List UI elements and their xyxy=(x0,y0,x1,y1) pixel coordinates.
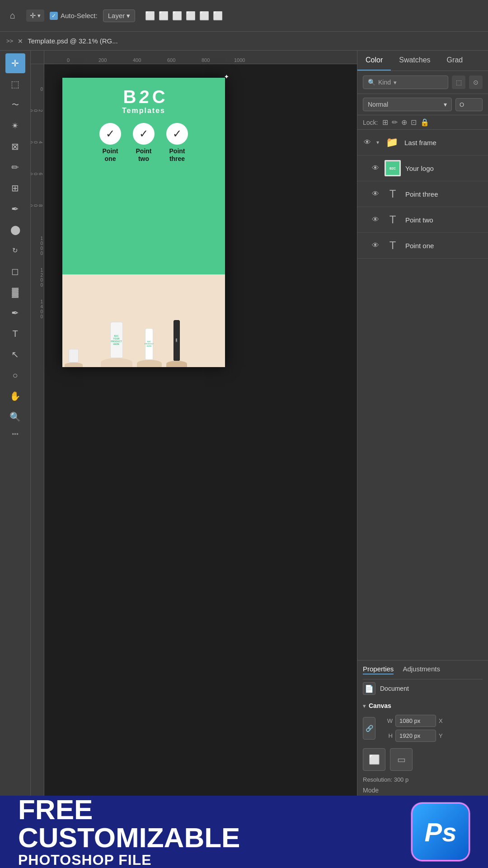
stamp-tool-btn[interactable]: ⬤ xyxy=(5,220,25,240)
lasso-tool-btn[interactable]: 〜 xyxy=(5,95,25,115)
canvas-section-title: ▾ Canvas xyxy=(363,698,483,712)
autoselect-checkbox[interactable]: ✓ xyxy=(50,12,58,20)
align-right-icon[interactable]: ⬜ xyxy=(172,11,182,21)
filter-icon-btn[interactable]: ⬚ xyxy=(452,75,465,89)
move-tool[interactable]: ✛ ▾ xyxy=(26,9,44,22)
selection-tool-btn[interactable]: ⬚ xyxy=(5,74,25,94)
landscape-btn[interactable]: ▭ xyxy=(390,748,413,771)
blend-select[interactable]: Normal ▾ xyxy=(363,98,452,111)
layers-list: 👁 ▾ 📁 Last frame 👁 B2C Your logo 👁 T Poi… xyxy=(357,130,488,660)
tab-gradient[interactable]: Grad xyxy=(439,51,471,71)
height-input[interactable]: 1920 px xyxy=(395,730,436,742)
lock-artboard-icon[interactable]: ⊡ xyxy=(411,118,417,127)
autoselect-label: Auto-Select: xyxy=(61,12,98,19)
more-tools-btn[interactable]: ••• xyxy=(12,430,19,438)
layer-select[interactable]: Layer ▾ xyxy=(103,9,136,22)
blend-dropdown-icon: ▾ xyxy=(444,101,447,108)
shape-tool-btn[interactable]: ○ xyxy=(5,365,25,385)
align-center-h-icon[interactable]: ⬜ xyxy=(186,11,196,21)
height-label: H xyxy=(384,732,393,739)
banner-custom-label: CUSTOMIZABLE xyxy=(18,824,402,852)
link-constraint-icon[interactable]: 🔗 xyxy=(363,717,375,740)
portrait-btn[interactable]: ⬜ xyxy=(363,748,385,771)
canvas-area[interactable]: 0 200 400 600 800 1000 0 200 400 600 800… xyxy=(31,51,357,796)
zoom-tool-btn[interactable]: 🔍 xyxy=(5,407,25,427)
layer-thumb-p3: T xyxy=(385,186,401,202)
lock-move-icon[interactable]: ⊕ xyxy=(401,118,407,127)
lock-all-icon[interactable]: 🔒 xyxy=(420,118,429,127)
blend-mode-label: Normal xyxy=(368,101,388,108)
opacity-field[interactable]: O xyxy=(455,98,483,111)
type-tool-btn[interactable]: T xyxy=(5,324,25,344)
tab-properties[interactable]: Properties xyxy=(363,665,394,675)
align-left-icon[interactable]: ⬜ xyxy=(145,11,155,21)
tab-close-icon[interactable]: ✕ xyxy=(18,38,23,45)
options-icon-btn[interactable]: ⊙ xyxy=(469,75,483,89)
visibility-icon-p2[interactable]: 👁 xyxy=(371,216,380,224)
props-resolution: Resolution: 300 p xyxy=(363,774,483,785)
main-area: ✛ ⬚ 〜 ✴ ⊠ ✏ ⊞ ✒ ⬤ ↻ ◻ ▓ ✒ T ↖ ○ ✋ 🔍 ••• … xyxy=(0,51,488,796)
eyedropper-btn[interactable]: ✏ xyxy=(5,157,25,177)
props-tabs: Properties Adjustments xyxy=(363,660,483,679)
search-icon: 🔍 xyxy=(368,79,375,86)
props-width-row: 🔗 W 1080 px X H 1920 px Y xyxy=(363,712,483,745)
move-icon: ✛ xyxy=(30,11,36,20)
ruler-mark-v1000: 1000 xyxy=(40,236,43,256)
layer-point-three[interactable]: 👁 T Point three xyxy=(357,181,488,207)
point-1-label: Pointone xyxy=(103,147,118,163)
layer-last-frame[interactable]: 👁 ▾ 📁 Last frame xyxy=(357,130,488,156)
layer-point-two[interactable]: 👁 T Point two xyxy=(357,207,488,233)
layer-thumb-logo: B2C xyxy=(385,160,401,176)
home-icon[interactable]: ⌂ xyxy=(5,8,21,24)
pen-tool-btn[interactable]: ✒ xyxy=(5,303,25,323)
layer-your-logo[interactable]: 👁 B2C Your logo xyxy=(357,156,488,181)
doc-beige-section: B2CYOURPRODUCTHERE B2CPRODUCTHERE xyxy=(62,274,225,367)
tab-adjustments[interactable]: Adjustments xyxy=(403,665,440,675)
ruler-mark-400: 400 xyxy=(133,57,141,63)
search-box[interactable]: 🔍 Kind ▾ xyxy=(363,75,448,89)
props-doc-icon: 📄 xyxy=(363,682,375,695)
magic-wand-btn[interactable]: ✴ xyxy=(5,116,25,136)
panel-search: 🔍 Kind ▾ ⬚ ⊙ xyxy=(357,71,488,94)
layer-thumb-lastframe: 📁 xyxy=(384,134,400,151)
layer-point-one[interactable]: 👁 T Point one xyxy=(357,233,488,259)
crop-tool-btn[interactable]: ⊠ xyxy=(5,137,25,156)
brush-tool-btn[interactable]: ✒ xyxy=(5,199,25,219)
expand-icon-lastframe[interactable]: ▾ xyxy=(376,139,379,146)
properties-panel: Properties Adjustments 📄 Document ▾ Canv… xyxy=(357,660,488,796)
lock-pixel-icon[interactable]: ⊞ xyxy=(382,118,388,127)
search-dropdown-icon[interactable]: ▾ xyxy=(394,79,397,86)
visibility-icon-p3[interactable]: 👁 xyxy=(371,190,380,198)
expand-icon[interactable]: >> xyxy=(4,37,16,45)
path-selection-btn[interactable]: ↖ xyxy=(5,344,25,364)
hand-tool-btn[interactable]: ✋ xyxy=(5,386,25,406)
history-brush-btn[interactable]: ↻ xyxy=(5,241,25,260)
tab-label[interactable]: Template.psd @ 32.1% (RG... xyxy=(28,37,117,45)
eraser-tool-btn[interactable]: ◻ xyxy=(5,261,25,281)
canvas-expand-icon[interactable]: ▾ xyxy=(363,703,366,709)
align-center-v-icon[interactable]: ⬜ xyxy=(159,11,169,21)
visibility-icon-lastframe[interactable]: 👁 xyxy=(363,138,372,146)
move-dropdown[interactable]: ▾ xyxy=(38,12,41,19)
width-input[interactable]: 1080 px xyxy=(395,715,436,727)
visibility-icon-p1[interactable]: 👁 xyxy=(371,241,380,250)
doc-point-1: ✓ Pointone xyxy=(99,123,121,163)
ruler-top: 0 200 400 600 800 1000 xyxy=(44,51,357,64)
right-panel: Color Swatches Grad 🔍 Kind ▾ ⬚ ⊙ Normal … xyxy=(357,51,488,796)
align-top-icon[interactable]: ⬜ xyxy=(199,11,209,21)
lock-gradient-icon[interactable]: ✏ xyxy=(392,118,398,127)
healing-brush-btn[interactable]: ⊞ xyxy=(5,178,25,198)
ruler-mark-v400: 400 xyxy=(31,141,43,144)
layer-dropdown: ▾ xyxy=(127,12,130,20)
tab-color[interactable]: Color xyxy=(357,51,391,71)
doc-point-3: ✓ Pointthree xyxy=(166,123,188,163)
tab-swatches[interactable]: Swatches xyxy=(391,51,438,71)
gradient-tool-btn[interactable]: ▓ xyxy=(5,282,25,302)
layer-name-logo: Your logo xyxy=(405,165,483,172)
move-tool-btn[interactable]: ✛ xyxy=(5,53,25,73)
visibility-icon-logo[interactable]: 👁 xyxy=(371,164,380,172)
ruler-mark-600: 600 xyxy=(167,57,175,63)
layer-thumb-p2: T xyxy=(385,212,401,228)
align-bottom-icon[interactable]: ⬜ xyxy=(213,11,223,21)
lock-label: Lock: xyxy=(363,119,378,126)
